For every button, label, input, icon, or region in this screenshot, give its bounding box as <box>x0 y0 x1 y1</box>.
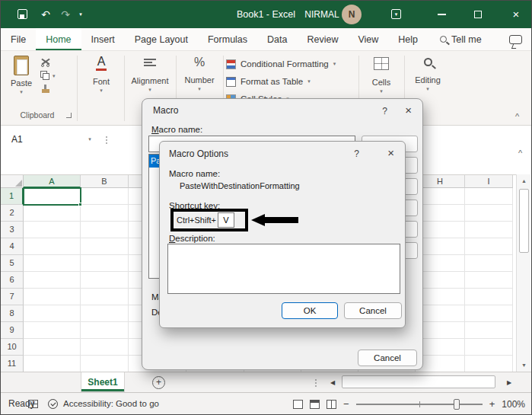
tab-data[interactable]: Data <box>257 28 297 50</box>
conditional-formatting-button[interactable]: Conditional Formatting ▾ <box>226 56 355 72</box>
sheet-tab-sheet1[interactable]: Sheet1 <box>81 372 125 392</box>
zoom-level[interactable]: 100% <box>502 399 525 410</box>
close-button[interactable]: × <box>501 1 531 28</box>
name-box-caret-icon[interactable]: ▾ <box>83 130 97 148</box>
formula-bar-collapse-icon[interactable]: ^ <box>518 148 522 158</box>
status-bar: Ready Accessibility: Good to go − + 100% <box>1 392 531 414</box>
tab-split-handle[interactable] <box>315 378 317 388</box>
copy-caret-icon[interactable]: ▾ <box>53 73 56 79</box>
macro-dialog-help-icon[interactable]: ? <box>382 106 387 117</box>
format-as-table-icon <box>226 77 236 87</box>
user-name[interactable]: NIRMAL <box>304 1 340 28</box>
shortcut-key-input[interactable] <box>218 212 234 228</box>
macro-options-close-icon[interactable]: × <box>387 146 394 159</box>
active-cell-selection[interactable] <box>23 187 81 206</box>
clipboard-group-label: Clipboard <box>5 110 69 120</box>
tab-view[interactable]: View <box>348 28 388 50</box>
minimize-button[interactable] <box>429 1 455 28</box>
macro-name-label: Macro name: <box>151 125 202 134</box>
tab-page-layout[interactable]: Page Layout <box>125 28 198 50</box>
formula-bar-divider <box>106 135 108 145</box>
avatar[interactable]: N <box>342 5 362 24</box>
zoom-in-button[interactable]: + <box>489 398 495 410</box>
cut-icon[interactable] <box>40 57 51 68</box>
format-painter-icon[interactable] <box>40 85 51 95</box>
cancel-button[interactable]: Cancel <box>344 302 402 319</box>
macro-options-help-icon[interactable]: ? <box>354 148 359 159</box>
comments-icon[interactable] <box>509 35 522 44</box>
row-header-3[interactable]: 3 <box>1 222 24 238</box>
macro-record-icon[interactable] <box>28 400 38 408</box>
row-header-5[interactable]: 5 <box>1 255 24 272</box>
row-header-1[interactable]: 1 <box>1 188 24 205</box>
scroll-up-icon[interactable]: ▲ <box>517 174 531 187</box>
number-group-button[interactable]: % Number ▾ <box>177 56 221 91</box>
title-bar: ↶ ↷ ▾ Book1 - Excel NIRMAL N ▾ × <box>1 1 531 28</box>
collapse-ribbon-icon[interactable]: ^ <box>515 112 519 121</box>
paste-button[interactable]: Paste ▾ <box>7 54 36 94</box>
tab-review[interactable]: Review <box>297 28 348 50</box>
tell-me-box[interactable]: Tell me <box>440 28 482 50</box>
maximize-button[interactable] <box>465 1 491 28</box>
vertical-scrollbar[interactable]: ▲ ▼ <box>516 174 530 372</box>
editing-group-button[interactable]: Editing ▾ <box>406 56 450 91</box>
macro-dialog-title: Macro <box>153 105 178 116</box>
macro-name-value: PasteWithDestinationFormatting <box>180 181 300 190</box>
macro-dialog-close-icon[interactable]: × <box>405 104 412 117</box>
zoom-slider[interactable] <box>356 404 483 405</box>
page-layout-view-icon[interactable] <box>310 400 320 409</box>
scroll-left-icon[interactable]: ◀ <box>327 376 339 389</box>
alignment-group-button[interactable]: Alignment ▾ <box>126 56 174 92</box>
row-header-4[interactable]: 4 <box>1 238 24 255</box>
horizontal-scroll-thumb[interactable] <box>342 375 495 388</box>
tab-home[interactable]: Home <box>36 28 81 50</box>
vertical-scroll-thumb[interactable] <box>519 189 529 253</box>
tab-file[interactable]: File <box>1 28 36 50</box>
gridline <box>128 188 129 372</box>
row-header-11[interactable]: 11 <box>1 356 24 372</box>
macro-options-dialog: Macro Options ? × Macro name: PasteWithD… <box>159 141 406 328</box>
ribbon-tab-row: File Home Insert Page Layout Formulas Da… <box>1 28 531 51</box>
zoom-slider-handle[interactable] <box>454 399 460 410</box>
description-input[interactable] <box>167 244 400 294</box>
gridline <box>512 188 513 372</box>
select-all-corner[interactable] <box>1 175 24 188</box>
column-header-I[interactable]: I <box>465 175 513 188</box>
annotation-arrow-icon <box>251 214 298 226</box>
row-header-7[interactable]: 7 <box>1 289 24 305</box>
row-header-6[interactable]: 6 <box>1 272 24 289</box>
tab-insert[interactable]: Insert <box>81 28 125 50</box>
copy-icon[interactable] <box>40 71 51 81</box>
new-sheet-button[interactable]: + <box>152 376 165 389</box>
clipboard-dialog-launcher-icon[interactable] <box>66 113 72 118</box>
row-header-2[interactable]: 2 <box>1 205 24 222</box>
scroll-down-icon[interactable]: ▼ <box>517 359 531 372</box>
normal-view-icon[interactable] <box>293 400 303 409</box>
macro-options-title: Macro Options <box>169 148 228 159</box>
tell-me-label: Tell me <box>451 34 482 45</box>
font-icon: A <box>80 56 123 71</box>
row-header-9[interactable]: 9 <box>1 322 24 339</box>
row-header-8[interactable]: 8 <box>1 305 24 322</box>
column-header-B[interactable]: B <box>81 175 129 188</box>
ribbon-display-options-icon[interactable]: ▾ <box>387 1 406 28</box>
font-group-button[interactable]: A Font ▾ <box>80 56 123 93</box>
fill-handle[interactable] <box>78 203 82 206</box>
accessibility-status[interactable]: Accessibility: Good to go <box>63 393 159 415</box>
percent-icon: % <box>177 56 221 69</box>
column-header-A[interactable]: A <box>24 175 81 188</box>
search-icon <box>440 36 447 43</box>
ok-button[interactable]: OK <box>282 302 338 319</box>
format-as-table-button[interactable]: Format as Table ▾ <box>226 73 355 90</box>
accessibility-icon <box>48 399 58 409</box>
page-break-view-icon[interactable] <box>327 400 336 409</box>
description-label: Description: <box>169 234 215 243</box>
zoom-out-button[interactable]: − <box>343 398 349 410</box>
tab-help[interactable]: Help <box>388 28 428 50</box>
tab-formulas[interactable]: Formulas <box>198 28 257 50</box>
row-header-10[interactable]: 10 <box>1 339 24 356</box>
cells-group-button[interactable]: Cells ▾ <box>360 56 403 94</box>
macro-dialog-cancel-button[interactable]: Cancel <box>358 350 417 366</box>
paste-clipboard-icon <box>14 56 29 75</box>
scroll-right-icon[interactable]: ▶ <box>503 376 515 389</box>
